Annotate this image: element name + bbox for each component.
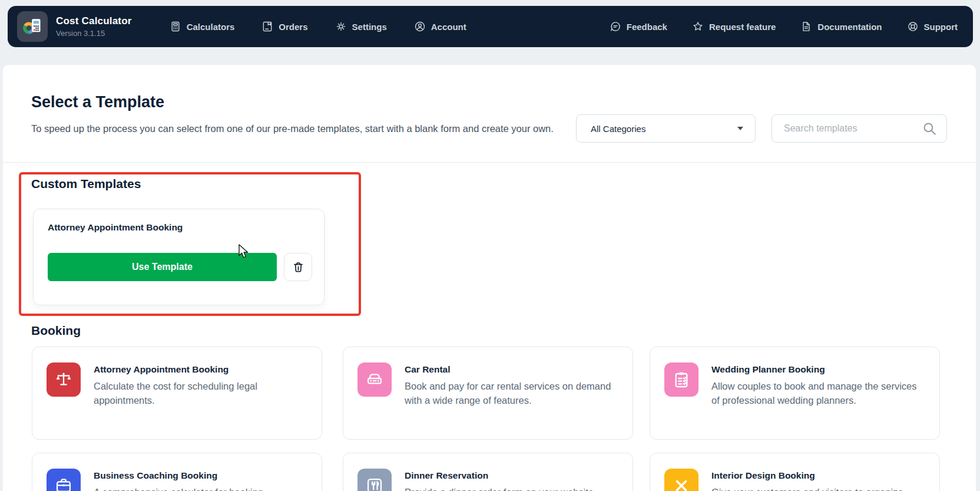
template-title: Interior Design Booking bbox=[711, 470, 815, 481]
nav-label: Calculators bbox=[187, 22, 235, 32]
nav-item-calculators[interactable]: Calculators bbox=[170, 21, 235, 32]
chevron-down-icon bbox=[737, 127, 743, 130]
custom-template-card: Attorney Appointment Booking Use Templat… bbox=[33, 209, 325, 305]
scales-icon bbox=[54, 370, 73, 389]
template-title: Wedding Planner Booking bbox=[711, 364, 825, 375]
template-title: Car Rental bbox=[405, 364, 451, 375]
nav-label: Account bbox=[431, 22, 466, 32]
brand: Cost Calculator Version 3.1.15 bbox=[56, 15, 132, 38]
custom-templates-heading: Custom Templates bbox=[31, 177, 141, 191]
use-template-button[interactable]: Use Template bbox=[48, 253, 277, 281]
page: { "colors": { "navbar_bg": "#0f1e32", "p… bbox=[0, 0, 980, 491]
booking-heading: Booking bbox=[31, 324, 81, 338]
app-version: Version 3.1.15 bbox=[56, 29, 132, 38]
template-tile bbox=[357, 363, 392, 397]
nav-item-documentation[interactable]: Documentation bbox=[800, 21, 882, 32]
template-tile bbox=[357, 469, 392, 491]
template-description: Provide a dinner order form on your webs… bbox=[405, 486, 618, 491]
nav-label: Documentation bbox=[817, 22, 882, 32]
secondary-nav: Feedback Request feature Documentation S… bbox=[610, 21, 958, 32]
clipboard-checklist-icon bbox=[672, 370, 691, 389]
search-icon bbox=[922, 121, 937, 136]
cutlery-icon bbox=[365, 476, 384, 491]
template-tile bbox=[664, 469, 698, 491]
cost-calculator-logo-icon bbox=[19, 14, 45, 39]
page-title: Select a Template bbox=[31, 93, 164, 111]
top-navbar: Cost Calculator Version 3.1.15 Calculato… bbox=[8, 6, 973, 47]
template-title: Attorney Appointment Booking bbox=[94, 364, 229, 375]
content-panel: Select a Template To speed up the proces… bbox=[3, 65, 976, 491]
custom-template-title: Attorney Appointment Booking bbox=[48, 222, 310, 233]
delete-template-button[interactable] bbox=[284, 253, 312, 281]
briefcase-icon bbox=[54, 476, 73, 491]
template-description: Give your customers and visitors to orga… bbox=[711, 486, 925, 491]
search-templates-box bbox=[772, 114, 947, 143]
category-select-value: All Categories bbox=[591, 124, 737, 134]
crossed-brushes-icon bbox=[672, 476, 691, 491]
nav-item-orders[interactable]: Orders bbox=[261, 21, 307, 32]
template-card-dinner-reservation[interactable]: Dinner Reservation Provide a dinner orde… bbox=[343, 453, 633, 491]
template-description: Calculate the cost for scheduling legal … bbox=[94, 380, 307, 407]
template-description: Allow couples to book and manage the ser… bbox=[711, 380, 925, 407]
nav-item-feedback[interactable]: Feedback bbox=[610, 21, 667, 32]
template-card-interior-design[interactable]: Interior Design Booking Give your custom… bbox=[650, 453, 940, 491]
star-icon bbox=[692, 21, 704, 32]
account-icon bbox=[414, 21, 426, 32]
nav-item-account[interactable]: Account bbox=[414, 21, 466, 32]
app-logo bbox=[17, 11, 48, 42]
car-icon bbox=[365, 370, 384, 389]
nav-label: Feedback bbox=[627, 22, 667, 32]
template-card-attorney[interactable]: Attorney Appointment Booking Calculate t… bbox=[32, 347, 322, 440]
nav-label: Settings bbox=[352, 22, 387, 32]
search-input[interactable] bbox=[784, 123, 922, 134]
page-description: To speed up the process you can select f… bbox=[31, 121, 570, 136]
nav-item-support[interactable]: Support bbox=[907, 21, 958, 32]
feedback-icon bbox=[610, 21, 621, 32]
template-card-wedding-planner[interactable]: Wedding Planner Booking Allow couples to… bbox=[650, 347, 940, 440]
template-tile bbox=[47, 469, 81, 491]
nav-item-request-feature[interactable]: Request feature bbox=[692, 21, 776, 32]
main-nav: Calculators Orders Settings Account bbox=[170, 21, 466, 32]
lifebuoy-icon bbox=[907, 21, 919, 32]
template-description: A comprehensive calculator for booking bbox=[94, 486, 307, 491]
template-tile bbox=[664, 363, 698, 397]
template-title: Business Coaching Booking bbox=[94, 470, 217, 481]
template-tile bbox=[47, 363, 81, 397]
document-icon bbox=[800, 21, 812, 32]
template-title: Dinner Reservation bbox=[405, 470, 488, 481]
orders-icon bbox=[261, 21, 273, 32]
nav-label: Support bbox=[924, 22, 958, 32]
template-card-business-coaching[interactable]: Business Coaching Booking A comprehensiv… bbox=[32, 453, 322, 491]
calculator-icon bbox=[170, 21, 181, 32]
gear-icon bbox=[335, 21, 347, 32]
template-description: Book and pay for car rental services on … bbox=[405, 380, 618, 407]
section-divider bbox=[3, 162, 976, 163]
nav-label: Request feature bbox=[709, 22, 776, 32]
nav-item-settings[interactable]: Settings bbox=[335, 21, 387, 32]
template-card-car-rental[interactable]: Car Rental Book and pay for car rental s… bbox=[343, 347, 633, 440]
app-title: Cost Calculator bbox=[56, 15, 132, 27]
category-select[interactable]: All Categories bbox=[576, 114, 756, 143]
nav-label: Orders bbox=[279, 22, 307, 32]
trash-icon bbox=[292, 261, 304, 273]
